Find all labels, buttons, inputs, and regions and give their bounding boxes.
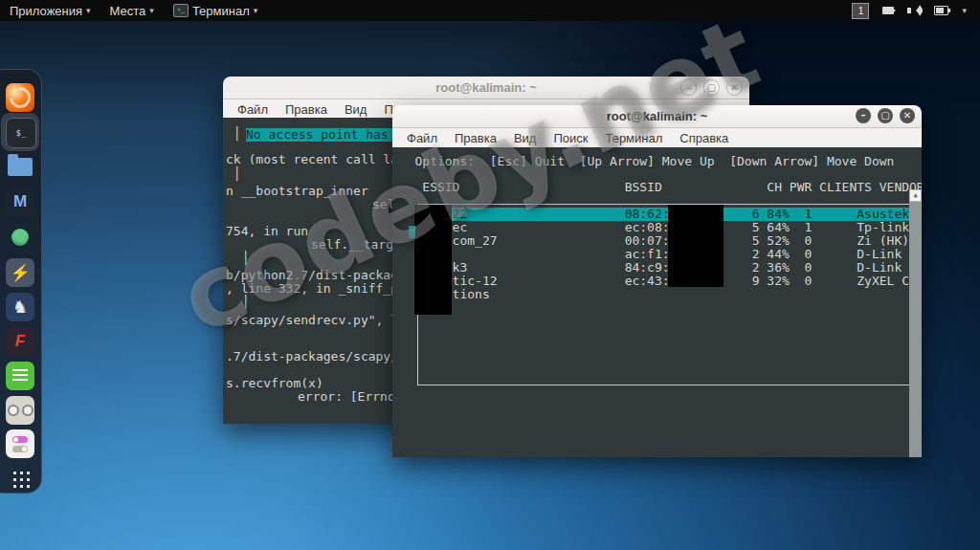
- chevron-down-icon: ▾: [254, 6, 258, 15]
- ap-row: k3 84:c9:b2: 2 36% 0 D-Link I: [392, 261, 917, 275]
- metasploit-icon[interactable]: M: [6, 187, 34, 216]
- close-button[interactable]: ✕: [726, 79, 743, 96]
- close-button[interactable]: ✕: [900, 108, 915, 123]
- show-applications-icon[interactable]: [6, 464, 34, 493]
- favorites-dock: $_ M ⚡ ♞ F: [0, 69, 42, 494]
- menu-file[interactable]: Файл: [229, 102, 277, 117]
- minimize-button[interactable]: –: [856, 108, 871, 123]
- box-border-fragment: │: [234, 127, 241, 141]
- desktop: Приложения ▾ Места ▾ ›_ Терминал ▾ 1 ▾: [0, 0, 980, 550]
- minimize-button[interactable]: –: [680, 79, 697, 96]
- terminal-icon[interactable]: $_: [6, 118, 36, 148]
- terminal-appmenu[interactable]: ›_ Терминал ▾: [164, 0, 267, 21]
- ap-row-selected: 22 08:62:66: 6 84% 1 Asustek: [392, 208, 909, 221]
- menu-edit[interactable]: Правка: [446, 131, 505, 145]
- ap-row: ec ec:08:6b: 5 64% 1 Tp-link: [392, 221, 909, 234]
- menu-bar: Файл Правка Вид Поиск Терминал Справка: [392, 128, 922, 149]
- redaction-box: [668, 205, 724, 287]
- window-titlebar[interactable]: root@kalimain: ~ – ▢ ✕: [392, 105, 922, 128]
- top-bar: Приложения ▾ Места ▾ ›_ Терминал ▾ 1 ▾: [0, 0, 980, 21]
- wolf-tool-icon[interactable]: ♞: [6, 293, 34, 321]
- applications-label: Приложения: [10, 4, 82, 18]
- applications-menu[interactable]: Приложения ▾: [0, 0, 100, 21]
- menu-search[interactable]: Поиск: [545, 131, 596, 145]
- ap-row: ac:f1:df: 2 44% 0 D-Link I: [392, 248, 917, 261]
- chevron-down-icon: ▾: [149, 6, 154, 15]
- places-label: Места: [110, 4, 146, 18]
- battery-icon[interactable]: [934, 6, 948, 15]
- terminal-icon: ›_: [173, 4, 189, 17]
- menu-terminal[interactable]: Терминал: [596, 131, 671, 145]
- traceback-line: s.recvfrom(x): [226, 377, 323, 390]
- traceback-line: s/scapy/sendrecv.py", line: [226, 314, 421, 327]
- terminal-content: Options: [Esc] Quit [Up Arrow] Move Up […: [392, 147, 922, 457]
- ap-row: com_27 00:07:27: 5 52% 0 Zi (HK): [392, 234, 909, 248]
- chevron-down-icon: ▾: [86, 6, 91, 15]
- scroll-up-arrow[interactable]: ▲: [909, 189, 922, 202]
- menu-view[interactable]: Вид: [505, 131, 546, 145]
- table-header: ESSID BSSID CH PWR CLIENTS VENDOR: [392, 181, 922, 194]
- tweaks-icon[interactable]: [6, 396, 34, 425]
- notes-icon[interactable]: [6, 362, 34, 390]
- workspace-indicator[interactable]: 1: [852, 3, 869, 19]
- traceback-line: .7/dist-packages/scapy/arc: [226, 350, 421, 363]
- options-hint-line: Options: [Esc] Quit [Up Arrow] Move Up […: [392, 155, 894, 168]
- foreground-terminal-window[interactable]: root@kalimain: ~ – ▢ ✕ Файл Правка Вид П…: [392, 105, 922, 457]
- traceback-line: n __bootstrap_inner: [226, 185, 368, 198]
- window-title: root@kalimain: ~: [435, 80, 537, 95]
- ap-row: etic-12 ec:43:f6: 9 32% 0 ZyXEL Co: [392, 275, 917, 288]
- box-border-fragment: │: [242, 296, 250, 309]
- menu-view[interactable]: Вид: [336, 102, 376, 117]
- maximize-button[interactable]: ▢: [878, 108, 893, 123]
- volume-wave: [916, 6, 923, 15]
- traceback-line: 754, in run: [226, 225, 308, 238]
- menu-file[interactable]: Файл: [398, 131, 446, 145]
- screen-recorder-icon[interactable]: [882, 7, 894, 14]
- window-titlebar[interactable]: root@kalimain: ~ – ▢ ✕: [223, 77, 749, 99]
- file-manager-icon[interactable]: [6, 152, 34, 181]
- traceback-line: , line 332, in _sniff_pack: [226, 282, 421, 296]
- redaction-box: [414, 205, 452, 315]
- error-line: error: [Errno: [298, 390, 395, 404]
- armitage-icon[interactable]: [6, 223, 34, 252]
- places-menu[interactable]: Места ▾: [100, 0, 164, 21]
- window-title: root@kalimain: ~: [607, 109, 708, 123]
- selection-fragment: [409, 226, 415, 238]
- faraday-icon[interactable]: F: [6, 327, 34, 356]
- highlighted-message: No access point has be: [246, 128, 411, 142]
- box-border-fragment: │: [234, 167, 241, 181]
- system-caret-down-icon[interactable]: ▾: [962, 6, 967, 15]
- settings-toggles-icon[interactable]: [6, 429, 34, 458]
- menu-edit[interactable]: Правка: [277, 102, 336, 117]
- box-border-fragment: │: [242, 252, 250, 265]
- firefox-icon[interactable]: [6, 83, 34, 112]
- scrollbar[interactable]: ▲ ▼: [909, 189, 922, 457]
- volume-icon[interactable]: [907, 5, 921, 16]
- maximize-button[interactable]: ▢: [703, 79, 720, 96]
- menu-help[interactable]: Справка: [671, 131, 737, 145]
- lightning-tool-icon[interactable]: ⚡: [6, 258, 34, 287]
- terminal-appmenu-label: Терминал: [192, 4, 250, 18]
